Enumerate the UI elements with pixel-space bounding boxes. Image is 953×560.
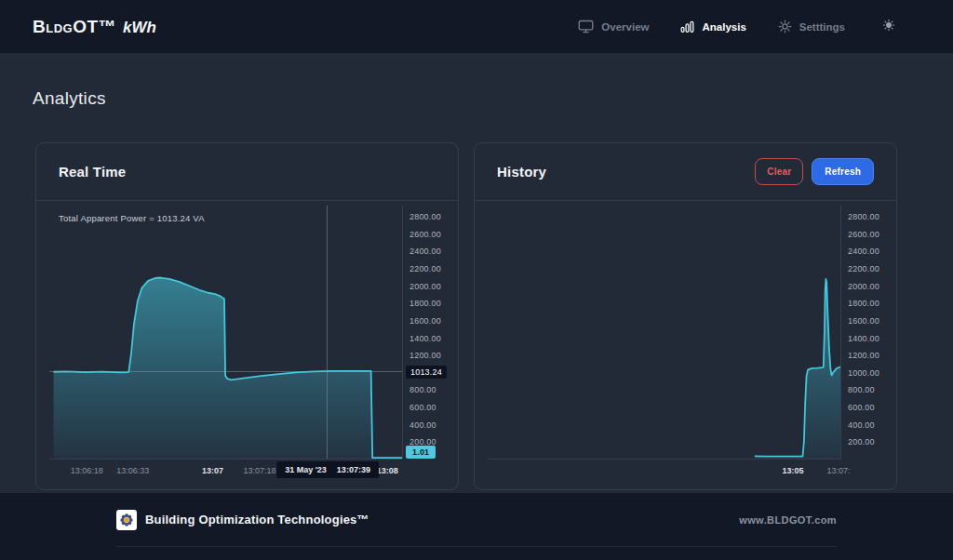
footer-url: www.BLDGOT.com (739, 514, 837, 526)
real-time-chart-svg (49, 206, 402, 459)
y-axis-value-badge: 1013.24 (406, 366, 447, 379)
top-nav-bar: BldgOT™ kWh Overview (0, 0, 953, 53)
refresh-button[interactable]: Refresh (812, 158, 874, 185)
nav-label-overview: Overview (601, 21, 649, 33)
y-axis-tick: 2200.00 (409, 264, 441, 273)
main-nav: Overview Analysis (578, 19, 895, 35)
y-axis-tick: 2200.00 (848, 264, 879, 273)
y-axis-tick: 800.00 (409, 385, 436, 394)
logo-brand-text: BldgOT™ (33, 17, 116, 37)
history-chart-svg (488, 206, 840, 459)
y-axis-tick: 600.00 (848, 403, 875, 412)
crosshair-vertical-line (327, 206, 328, 459)
y-axis-tick: 2400.00 (848, 247, 879, 256)
x-axis-tick: 13:07 (202, 466, 223, 475)
y-axis-tick: 800.00 (848, 385, 875, 394)
y-axis-tick: 2000.00 (409, 282, 441, 291)
y-axis-tick: 1400.00 (848, 334, 879, 343)
real-time-card: Real Time (35, 142, 459, 490)
y-axis-tick: 2800.00 (848, 212, 879, 221)
cards-row: Real Time (35, 142, 897, 490)
real-time-y-axis: 2800.002600.002400.002200.002000.001800.… (403, 206, 458, 460)
y-axis-tick: 2600.00 (848, 230, 879, 239)
y-axis-tick: 400.00 (848, 420, 875, 430)
gear-icon (778, 20, 792, 33)
real-time-chart-plot-area[interactable]: Total Apparent Power = 1013.24 VA (49, 206, 403, 460)
tooltip-date: 31 May '23 (285, 465, 327, 474)
app-logo[interactable]: BldgOT™ kWh (33, 17, 156, 37)
flower-logo-icon (116, 510, 137, 530)
y-axis-tick: 2000.00 (848, 282, 879, 291)
page-title: Analytics (33, 88, 897, 109)
area-series (54, 278, 402, 459)
history-y-axis: 2800.002600.002400.002200.002000.001800.… (841, 206, 896, 460)
y-axis-tick: 1800.00 (409, 299, 441, 308)
x-axis-tick: 13:07:18 (244, 466, 276, 475)
footer-brand: Building Optimization Technologies™ (116, 510, 369, 530)
footer-row: Building Optimization Technologies™ www.… (116, 493, 837, 547)
footer: Building Optimization Technologies™ www.… (0, 493, 953, 560)
history-card-actions: Clear Refresh (755, 158, 874, 185)
history-card-header: History Clear Refresh (475, 143, 896, 201)
real-time-chart: Total Apparent Power = 1013.24 VA 2800.0… (36, 201, 458, 489)
real-time-card-title: Real Time (59, 164, 126, 180)
nav-item-settings[interactable]: Setttings (778, 20, 845, 33)
history-chart: 2800.002600.002400.002200.002000.001800.… (475, 201, 896, 489)
monitor-icon (578, 20, 594, 33)
y-axis-tick: 200.00 (848, 437, 875, 447)
y-axis-tick: 400.00 (409, 420, 436, 430)
y-axis-tick: 2800.00 (409, 212, 441, 221)
y-axis-tick: 1200.00 (409, 351, 441, 360)
y-axis-tick: 1600.00 (409, 316, 441, 326)
history-chart-plot-area[interactable] (488, 206, 841, 460)
sun-icon (882, 19, 895, 35)
nav-item-analysis[interactable]: Analysis (680, 20, 745, 33)
theme-toggle-button[interactable] (882, 19, 895, 35)
x-axis-tick: 13:05 (782, 466, 803, 475)
clear-button[interactable]: Clear (755, 158, 803, 185)
app-screen: BldgOT™ kWh Overview (0, 0, 953, 560)
y-axis-tick: 2600.00 (409, 230, 441, 239)
logo-unit-text: kWh (123, 19, 156, 37)
nav-label-analysis: Analysis (702, 21, 745, 33)
nav-item-overview[interactable]: Overview (578, 20, 649, 33)
x-axis-tick: 13:07: (826, 466, 850, 475)
y-axis-tick: 1000.00 (848, 368, 879, 378)
nav-label-settings: Setttings (799, 21, 845, 33)
tooltip-time: 13:07:39 (337, 465, 370, 474)
y-axis-tick: 1200.00 (848, 351, 879, 360)
y-axis-tick: 600.00 (409, 403, 436, 412)
crosshair-time-tooltip: 31 May '23 13:07:39 (276, 461, 379, 478)
bar-chart-icon (680, 20, 694, 33)
x-axis-tick: 13:06:18 (71, 466, 103, 475)
history-card-title: History (497, 164, 546, 180)
x-axis-tick: 13:08 (377, 466, 398, 475)
y-axis-tick: 1800.00 (848, 299, 879, 308)
real-time-card-header: Real Time (36, 143, 458, 201)
y-axis-tick: 1600.00 (848, 316, 879, 326)
history-card: History Clear Refresh (474, 142, 897, 490)
history-x-axis: 13:0513:07: (488, 460, 841, 480)
real-time-x-axis: 31 May '23 13:07:39 13:06:1813:06:3313:0… (49, 460, 403, 480)
y-axis-tick: 2400.00 (409, 247, 441, 256)
main-content: Analytics Real Time (0, 53, 953, 493)
chart-legend: Total Apparent Power = 1013.24 VA (59, 213, 205, 223)
crosshair-horizontal-line (49, 371, 402, 372)
y-axis-tick: 1400.00 (409, 334, 441, 343)
footer-brand-text: Building Optimization Technologies™ (145, 513, 369, 527)
y-axis-value-badge: 1.01 (406, 446, 436, 459)
x-axis-tick: 13:06:33 (116, 466, 149, 475)
